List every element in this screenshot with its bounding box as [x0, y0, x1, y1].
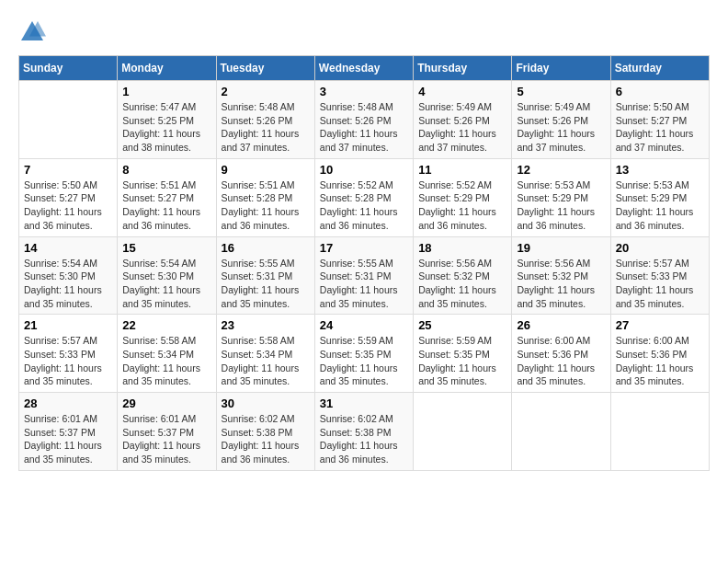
calendar-cell: 11Sunrise: 5:52 AM Sunset: 5:29 PM Dayli…	[414, 158, 512, 236]
day-info: Sunrise: 5:51 AM Sunset: 5:28 PM Dayligh…	[222, 178, 310, 233]
day-number: 12	[517, 163, 605, 177]
day-number: 20	[616, 241, 704, 255]
day-info: Sunrise: 6:01 AM Sunset: 5:37 PM Dayligh…	[24, 412, 112, 466]
day-info: Sunrise: 5:57 AM Sunset: 5:33 PM Dayligh…	[616, 257, 704, 311]
day-info: Sunrise: 5:55 AM Sunset: 5:31 PM Dayligh…	[222, 257, 310, 311]
calendar-cell: 28Sunrise: 6:01 AM Sunset: 5:37 PM Dayli…	[19, 393, 118, 471]
day-info: Sunrise: 5:56 AM Sunset: 5:32 PM Dayligh…	[517, 257, 605, 311]
day-info: Sunrise: 5:52 AM Sunset: 5:28 PM Dayligh…	[320, 178, 408, 233]
day-number: 23	[222, 318, 310, 332]
day-of-week-header: Tuesday	[216, 56, 314, 81]
calendar-cell: 9Sunrise: 5:51 AM Sunset: 5:28 PM Daylig…	[216, 158, 314, 236]
day-number: 11	[418, 163, 506, 177]
day-number: 31	[320, 396, 408, 410]
day-number: 21	[24, 318, 112, 332]
calendar-cell: 26Sunrise: 6:00 AM Sunset: 5:36 PM Dayli…	[512, 315, 610, 393]
calendar-body: 1Sunrise: 5:47 AM Sunset: 5:25 PM Daylig…	[19, 81, 710, 471]
day-info: Sunrise: 5:59 AM Sunset: 5:35 PM Dayligh…	[320, 334, 408, 388]
calendar-table: SundayMondayTuesdayWednesdayThursdayFrid…	[18, 55, 710, 471]
calendar-cell: 6Sunrise: 5:50 AM Sunset: 5:27 PM Daylig…	[610, 81, 709, 159]
day-number: 19	[517, 241, 605, 255]
day-number: 14	[24, 241, 112, 255]
calendar-cell	[19, 81, 118, 159]
day-info: Sunrise: 6:02 AM Sunset: 5:38 PM Dayligh…	[222, 412, 310, 466]
calendar-cell: 24Sunrise: 5:59 AM Sunset: 5:35 PM Dayli…	[314, 315, 413, 393]
day-number: 15	[122, 241, 210, 255]
calendar-cell	[414, 393, 512, 471]
calendar-cell: 25Sunrise: 5:59 AM Sunset: 5:35 PM Dayli…	[414, 315, 512, 393]
day-number: 16	[222, 241, 310, 255]
calendar-cell: 2Sunrise: 5:48 AM Sunset: 5:26 PM Daylig…	[216, 81, 314, 159]
calendar-cell: 27Sunrise: 6:00 AM Sunset: 5:36 PM Dayli…	[610, 315, 709, 393]
day-info: Sunrise: 5:48 AM Sunset: 5:26 PM Dayligh…	[320, 100, 408, 155]
calendar-cell	[610, 393, 709, 471]
day-info: Sunrise: 5:53 AM Sunset: 5:29 PM Dayligh…	[517, 178, 605, 233]
days-of-week-row: SundayMondayTuesdayWednesdayThursdayFrid…	[19, 56, 710, 81]
day-info: Sunrise: 6:00 AM Sunset: 5:36 PM Dayligh…	[517, 334, 605, 388]
day-info: Sunrise: 5:54 AM Sunset: 5:30 PM Dayligh…	[24, 257, 112, 311]
calendar-cell: 8Sunrise: 5:51 AM Sunset: 5:27 PM Daylig…	[118, 158, 216, 236]
day-number: 9	[222, 163, 310, 177]
day-info: Sunrise: 5:52 AM Sunset: 5:29 PM Dayligh…	[418, 178, 506, 233]
day-number: 8	[122, 163, 210, 177]
day-of-week-header: Monday	[118, 56, 216, 81]
calendar-cell: 12Sunrise: 5:53 AM Sunset: 5:29 PM Dayli…	[512, 158, 610, 236]
day-number: 7	[24, 163, 112, 177]
day-number: 27	[616, 318, 704, 332]
calendar-cell: 10Sunrise: 5:52 AM Sunset: 5:28 PM Dayli…	[314, 158, 413, 236]
calendar-week-row: 28Sunrise: 6:01 AM Sunset: 5:37 PM Dayli…	[19, 393, 710, 471]
day-info: Sunrise: 5:55 AM Sunset: 5:31 PM Dayligh…	[320, 257, 408, 311]
calendar-cell: 14Sunrise: 5:54 AM Sunset: 5:30 PM Dayli…	[19, 236, 118, 315]
calendar-cell: 31Sunrise: 6:02 AM Sunset: 5:38 PM Dayli…	[314, 393, 413, 471]
day-info: Sunrise: 6:02 AM Sunset: 5:38 PM Dayligh…	[320, 412, 408, 466]
calendar-cell: 19Sunrise: 5:56 AM Sunset: 5:32 PM Dayli…	[512, 236, 610, 315]
day-info: Sunrise: 5:49 AM Sunset: 5:26 PM Dayligh…	[418, 100, 506, 155]
calendar-cell: 15Sunrise: 5:54 AM Sunset: 5:30 PM Dayli…	[118, 236, 216, 315]
day-number: 10	[320, 163, 408, 177]
day-info: Sunrise: 5:53 AM Sunset: 5:29 PM Dayligh…	[616, 178, 704, 233]
day-number: 2	[222, 85, 310, 98]
day-info: Sunrise: 5:54 AM Sunset: 5:30 PM Dayligh…	[122, 257, 210, 311]
day-number: 26	[517, 318, 605, 332]
day-number: 29	[122, 396, 210, 410]
day-info: Sunrise: 5:59 AM Sunset: 5:35 PM Dayligh…	[418, 334, 506, 388]
day-number: 5	[517, 85, 605, 98]
day-number: 24	[320, 318, 408, 332]
logo	[18, 18, 50, 46]
day-number: 17	[320, 241, 408, 255]
day-number: 1	[122, 85, 210, 98]
calendar-cell: 13Sunrise: 5:53 AM Sunset: 5:29 PM Dayli…	[610, 158, 709, 236]
calendar-cell: 30Sunrise: 6:02 AM Sunset: 5:38 PM Dayli…	[216, 393, 314, 471]
calendar-header: SundayMondayTuesdayWednesdayThursdayFrid…	[19, 56, 710, 81]
day-of-week-header: Sunday	[19, 56, 118, 81]
day-of-week-header: Saturday	[610, 56, 709, 81]
day-info: Sunrise: 5:57 AM Sunset: 5:33 PM Dayligh…	[24, 334, 112, 388]
logo-icon	[18, 18, 46, 46]
calendar-cell: 3Sunrise: 5:48 AM Sunset: 5:26 PM Daylig…	[314, 81, 413, 159]
day-number: 4	[418, 85, 506, 98]
calendar-week-row: 21Sunrise: 5:57 AM Sunset: 5:33 PM Dayli…	[19, 315, 710, 393]
calendar-cell: 7Sunrise: 5:50 AM Sunset: 5:27 PM Daylig…	[19, 158, 118, 236]
calendar-cell: 29Sunrise: 6:01 AM Sunset: 5:37 PM Dayli…	[118, 393, 216, 471]
day-info: Sunrise: 5:56 AM Sunset: 5:32 PM Dayligh…	[418, 257, 506, 311]
calendar-week-row: 7Sunrise: 5:50 AM Sunset: 5:27 PM Daylig…	[19, 158, 710, 236]
day-info: Sunrise: 5:50 AM Sunset: 5:27 PM Dayligh…	[24, 178, 112, 233]
day-number: 6	[616, 85, 704, 98]
day-info: Sunrise: 5:48 AM Sunset: 5:26 PM Dayligh…	[222, 100, 310, 155]
day-info: Sunrise: 6:01 AM Sunset: 5:37 PM Dayligh…	[122, 412, 210, 466]
day-info: Sunrise: 6:00 AM Sunset: 5:36 PM Dayligh…	[616, 334, 704, 388]
day-info: Sunrise: 5:58 AM Sunset: 5:34 PM Dayligh…	[122, 334, 210, 388]
calendar-cell: 23Sunrise: 5:58 AM Sunset: 5:34 PM Dayli…	[216, 315, 314, 393]
day-number: 18	[418, 241, 506, 255]
day-info: Sunrise: 5:58 AM Sunset: 5:34 PM Dayligh…	[222, 334, 310, 388]
calendar-cell: 4Sunrise: 5:49 AM Sunset: 5:26 PM Daylig…	[414, 81, 512, 159]
calendar-cell: 5Sunrise: 5:49 AM Sunset: 5:26 PM Daylig…	[512, 81, 610, 159]
day-number: 28	[24, 396, 112, 410]
calendar-cell: 21Sunrise: 5:57 AM Sunset: 5:33 PM Dayli…	[19, 315, 118, 393]
day-number: 30	[222, 396, 310, 410]
day-number: 13	[616, 163, 704, 177]
page-header	[18, 18, 710, 46]
day-of-week-header: Thursday	[414, 56, 512, 81]
day-number: 3	[320, 85, 408, 98]
day-number: 22	[122, 318, 210, 332]
